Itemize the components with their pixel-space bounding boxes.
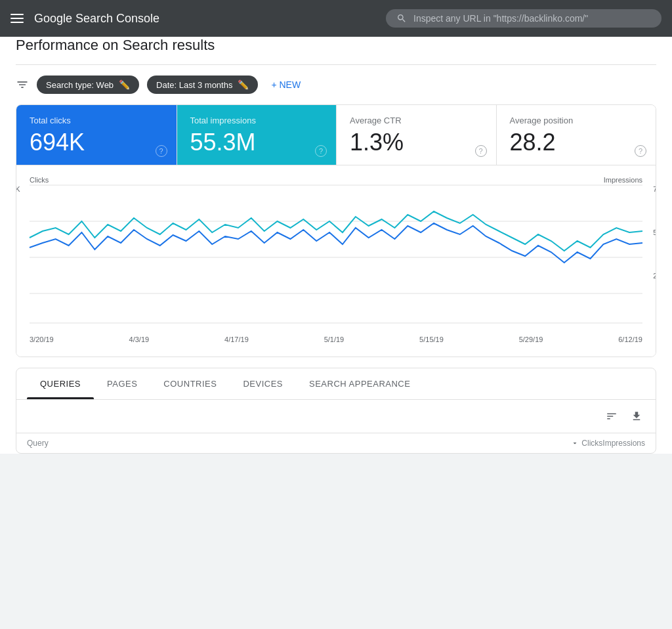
y-right-0: 0 bbox=[653, 315, 656, 323]
average-position-label: Average position bbox=[510, 116, 643, 125]
download-button[interactable] bbox=[628, 408, 645, 425]
x-label-1: 4/3/19 bbox=[129, 336, 150, 343]
performance-chart bbox=[30, 185, 642, 330]
chart-area: Clicks Impressions bbox=[16, 165, 656, 357]
total-impressions-help-icon[interactable]: ? bbox=[315, 145, 327, 157]
total-clicks-value: 694K bbox=[30, 131, 163, 154]
url-inspect-input[interactable] bbox=[413, 13, 651, 24]
y-left-4k: 4K bbox=[16, 272, 20, 280]
y-left-0: 0 bbox=[16, 315, 20, 323]
table-header-row: Query Clicks Impressions bbox=[16, 433, 656, 453]
x-label-6: 6/12/19 bbox=[618, 336, 642, 343]
top-nav: Google Search Console bbox=[0, 0, 672, 37]
filter-icon bbox=[16, 78, 29, 91]
clicks-line bbox=[30, 223, 642, 263]
y-right-750k: 750K bbox=[653, 185, 656, 193]
query-column-header: Query bbox=[27, 439, 571, 448]
date-label: Date: Last 3 months bbox=[156, 80, 232, 90]
hamburger-icon[interactable] bbox=[10, 14, 24, 23]
new-filter-button[interactable]: + NEW bbox=[266, 76, 306, 94]
page-title: Performance on Search results bbox=[16, 37, 656, 65]
search-bar[interactable] bbox=[386, 9, 662, 28]
average-ctr-label: Average CTR bbox=[350, 116, 483, 125]
total-clicks-help-icon[interactable]: ? bbox=[156, 145, 167, 157]
impressions-line bbox=[30, 211, 642, 251]
logo-text: Google Search Console bbox=[34, 12, 159, 25]
average-ctr-card[interactable]: Average CTR 1.3% ? bbox=[336, 105, 496, 165]
metrics-section: Total clicks 694K ? Total impressions 55… bbox=[16, 104, 656, 357]
tab-pages[interactable]: PAGES bbox=[94, 368, 150, 399]
average-ctr-value: 1.3% bbox=[350, 131, 483, 154]
search-type-chip[interactable]: Search type: Web ✏️ bbox=[37, 76, 139, 94]
impressions-column-header: Impressions bbox=[602, 439, 645, 448]
tab-countries[interactable]: COUNTRIES bbox=[150, 368, 230, 399]
y-left-12k: 12K bbox=[16, 185, 20, 193]
edit-date-icon: ✏️ bbox=[238, 79, 249, 90]
y-right-500k: 500K bbox=[653, 228, 656, 236]
total-impressions-value: 55.3M bbox=[190, 131, 324, 154]
tab-queries[interactable]: QUERIES bbox=[27, 368, 94, 399]
nav-logo: Google Search Console bbox=[34, 12, 159, 26]
y-right-250k: 250K bbox=[653, 272, 656, 280]
chart-container: 12K 8K 4K 0 750K 500K 250K 0 bbox=[30, 185, 642, 332]
x-label-2: 4/17/19 bbox=[224, 336, 249, 343]
x-label-0: 3/20/19 bbox=[30, 336, 54, 343]
filter-icon-btn[interactable] bbox=[16, 78, 29, 91]
total-clicks-card[interactable]: Total clicks 694K ? bbox=[16, 105, 177, 165]
date-chip[interactable]: Date: Last 3 months ✏️ bbox=[147, 76, 258, 94]
total-impressions-card[interactable]: Total impressions 55.3M ? bbox=[177, 105, 337, 165]
y-left-8k: 8K bbox=[16, 228, 20, 236]
average-position-help-icon[interactable]: ? bbox=[635, 145, 646, 157]
average-position-card[interactable]: Average position 28.2 ? bbox=[496, 105, 656, 165]
total-clicks-label: Total clicks bbox=[30, 116, 163, 125]
impressions-axis-label: Impressions bbox=[604, 176, 642, 184]
x-label-3: 5/1/19 bbox=[324, 336, 345, 343]
table-toolbar bbox=[16, 400, 656, 433]
tab-search-appearance[interactable]: SEARCH APPEARANCE bbox=[296, 368, 423, 399]
total-impressions-label: Total impressions bbox=[190, 116, 324, 125]
x-label-4: 5/15/19 bbox=[419, 336, 444, 343]
search-type-label: Search type: Web bbox=[46, 80, 114, 90]
tab-devices[interactable]: DEVICES bbox=[230, 368, 296, 399]
bottom-section: QUERIES PAGES COUNTRIES DEVICES SEARCH A… bbox=[16, 368, 656, 454]
x-label-5: 5/29/19 bbox=[519, 336, 543, 343]
metrics-cards: Total clicks 694K ? Total impressions 55… bbox=[16, 105, 656, 165]
clicks-axis-label: Clicks bbox=[30, 176, 49, 184]
filter-rows-button[interactable] bbox=[603, 408, 620, 425]
new-label: + NEW bbox=[271, 79, 301, 90]
download-icon bbox=[631, 410, 642, 422]
clicks-column-header[interactable]: Clicks bbox=[571, 439, 602, 448]
sort-down-icon bbox=[571, 439, 579, 447]
filter-bar: Search type: Web ✏️ Date: Last 3 months … bbox=[16, 65, 656, 104]
filter-rows-icon bbox=[606, 410, 618, 422]
search-icon bbox=[396, 13, 407, 24]
average-ctr-help-icon[interactable]: ? bbox=[475, 145, 487, 157]
edit-search-type-icon: ✏️ bbox=[119, 79, 130, 90]
tabs-bar: QUERIES PAGES COUNTRIES DEVICES SEARCH A… bbox=[16, 368, 656, 400]
average-position-value: 28.2 bbox=[510, 131, 643, 154]
